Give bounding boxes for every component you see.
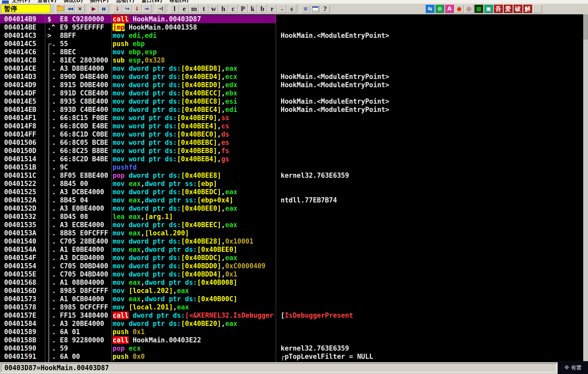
address-cell: 00401535 bbox=[4, 221, 36, 229]
appearance-button[interactable] bbox=[311, 4, 320, 13]
disasm-row-004014FF[interactable]: 004014FF.66:8C1D C0BEmov word ptr ds:[0x… bbox=[0, 130, 583, 138]
disasm-row-00401525[interactable]: 00401525.A3 DCBE4000mov dword ptr ds:[0x… bbox=[0, 188, 583, 196]
cpu-window-button[interactable]: c bbox=[228, 4, 238, 13]
disasm-row-00401532[interactable]: 00401532.8D45 08lea eax,[arg.1] bbox=[0, 212, 583, 221]
disasm-row-0040156D[interactable]: 0040156D.8985 D8FCFFFmov [local.202],eax bbox=[0, 287, 583, 295]
close-button[interactable]: × bbox=[75, 4, 85, 13]
plugin-exchange-button[interactable]: ⇆ bbox=[425, 4, 435, 13]
threads-button[interactable]: t bbox=[199, 4, 208, 13]
patches-button[interactable]: P bbox=[238, 4, 247, 13]
hex-bytes-cell: 9C bbox=[60, 163, 111, 171]
disasm-row-00401568[interactable]: 00401568.A1 08B04000mov eax,dword ptr ds… bbox=[0, 278, 583, 287]
log-window-button[interactable]: l bbox=[170, 4, 179, 13]
disasm-row-0040154F[interactable]: 0040154F.A3 DCBD4000mov dword ptr ds:[0x… bbox=[0, 254, 583, 262]
disasm-row-004014CE[interactable]: 004014CE.A3 D8BE4000mov dword ptr ds:[0x… bbox=[0, 64, 583, 73]
disasm-row-00401573[interactable]: 00401573.A1 0CB04000mov eax,dword ptr ds… bbox=[0, 295, 583, 303]
comment-cell: kernel32.763E6359 bbox=[281, 171, 581, 180]
disasm-row-0040155E[interactable]: 0040155E.C705 D4BD400mov dword ptr ds:[0… bbox=[0, 270, 583, 278]
disasm-row-004014DF[interactable]: 004014DF.891D CCBE400mov dword ptr ds:[0… bbox=[0, 89, 583, 97]
run-button[interactable]: ▶ bbox=[89, 4, 98, 13]
execute-till-return-button[interactable]: →] bbox=[156, 4, 165, 13]
disasm-row-0040158B[interactable]: 0040158B.E8 92280000call HookMain.00403E… bbox=[0, 336, 583, 344]
disasm-row-004014F1[interactable]: 004014F1.66:8C15 F0BEmov word ptr ds:[0x… bbox=[0, 114, 583, 122]
comment-cell bbox=[281, 163, 581, 171]
plugin-record-button[interactable]: ● bbox=[455, 4, 464, 13]
disasm-row-004014E5[interactable]: 004014E5.8935 C8BE400mov dword ptr ds:[0… bbox=[0, 97, 583, 105]
plugin-grid-button[interactable]: ▦ bbox=[474, 4, 483, 13]
instruction-cell: mov eax,dword ptr ss:[ebp+0x4] bbox=[113, 196, 275, 204]
address-cell: 00401554 bbox=[4, 262, 36, 270]
disasm-row-00401506[interactable]: 00401506.66:8C05 BCBEmov word ptr ds:[0x… bbox=[0, 138, 583, 147]
source-button[interactable]: s bbox=[287, 4, 296, 13]
plugin-spiral-button[interactable]: ◎ bbox=[464, 4, 474, 13]
disasm-row-004014C8[interactable]: 004014C8.81EC 2803000sub esp,0x328 bbox=[0, 56, 583, 64]
log-list-button[interactable]: ≡ bbox=[301, 4, 310, 13]
disasm-row-00401590[interactable]: 00401590.59pop ecxkernel32.763E6359 bbox=[0, 344, 583, 352]
address-cell: 004014F8 bbox=[4, 122, 36, 130]
run-trace-button[interactable]: ... bbox=[277, 4, 287, 13]
disasm-row-0040153A[interactable]: 0040153A.8B85 E0FCFFFmov eax,[local.200] bbox=[0, 229, 583, 237]
handles-button[interactable]: h bbox=[219, 4, 228, 13]
disasm-row-00401578[interactable]: 00401578.8985 DCFCFFFmov [local.201],eax bbox=[0, 303, 583, 311]
disasm-row-004014C5[interactable]: 004014C5.55push ebp bbox=[0, 40, 583, 48]
plugin-po-icon: 破 bbox=[515, 5, 521, 13]
disasm-row-004014F8[interactable]: 004014F8.66:8C0D E4BEmov word ptr ds:[0x… bbox=[0, 122, 583, 130]
disasm-row-004014BE[interactable]: 004014BE.^E9 95FEFFFFjmp HookMain.004013… bbox=[0, 23, 583, 31]
disasm-row-00401591[interactable]: 00401591.6A 00push 0x0┌pTopLevelFilter =… bbox=[0, 352, 583, 361]
disasm-row-00401554[interactable]: 00401554.C705 D0BD400mov dword ptr ds:[0… bbox=[0, 262, 583, 270]
help-button[interactable]: ? bbox=[320, 4, 330, 13]
disasm-row-0040151C[interactable]: 0040151C.8F05 E8BE400pop dword ptr ds:[0… bbox=[0, 171, 583, 180]
open-file-button[interactable] bbox=[56, 4, 65, 13]
step-into-button[interactable]: ↓ bbox=[113, 4, 122, 13]
plugin-window-button[interactable]: ▣ bbox=[484, 4, 493, 13]
disasm-row-00401522[interactable]: 00401522.8B45 00mov eax,dword ptr ss:[eb… bbox=[0, 180, 583, 188]
plugin-a-button[interactable]: A bbox=[445, 4, 454, 13]
plugin-empty-button[interactable] bbox=[533, 4, 542, 13]
disasm-row-0040152D[interactable]: 0040152D.A3 E0BE4000mov dword ptr ds:[0x… bbox=[0, 204, 583, 212]
hex-bytes-cell: A3 E0BE4000 bbox=[60, 204, 111, 212]
references-button[interactable]: r bbox=[268, 4, 277, 13]
address-cell: 004014C5 bbox=[4, 40, 36, 48]
flag-cell: . bbox=[52, 229, 56, 237]
disasm-row-004014B9[interactable]: 004014B9$E8 C9280000call HookMain.00403D… bbox=[0, 15, 583, 23]
instruction-cell: mov dword ptr ds:[0x40BED4],ecx bbox=[113, 73, 275, 81]
plugin-wu-button[interactable]: 吾 bbox=[494, 4, 503, 13]
disasm-row-004014C6[interactable]: 004014C6.8BECmov ebp,esp bbox=[0, 48, 583, 56]
disasm-row-00401535[interactable]: 00401535.A3 ECBE4000mov dword ptr ds:[0x… bbox=[0, 221, 583, 229]
disasm-row-004014EB[interactable]: 004014EB.893D C4BE400mov dword ptr ds:[0… bbox=[0, 105, 583, 114]
memory-map-button[interactable]: m bbox=[189, 4, 199, 13]
scrollbar-thumb[interactable] bbox=[584, 15, 588, 39]
step-over-button[interactable]: ↪ bbox=[123, 4, 132, 13]
disasm-row-004014D9[interactable]: 004014D9.8915 D0BE400mov dword ptr ds:[0… bbox=[0, 81, 583, 89]
plugin-jie-button[interactable]: 解 bbox=[523, 4, 532, 13]
hex-bytes-cell: 6A 00 bbox=[60, 352, 111, 361]
restart-button[interactable]: ◀◀ bbox=[66, 4, 75, 13]
disasm-row-004014D3[interactable]: 004014D3.890D D4BE400mov dword ptr ds:[0… bbox=[0, 73, 583, 81]
disasm-row-00401540[interactable]: 00401540.C705 28BE400mov dword ptr ds:[0… bbox=[0, 237, 583, 245]
disasm-row-0040157E[interactable]: 0040157E.FF15 3480400call dword ptr ds:[… bbox=[0, 311, 583, 319]
disasm-row-0040150D[interactable]: 0040150D.66:8C25 B8BEmov word ptr ds:[0x… bbox=[0, 147, 583, 155]
hex-bytes-cell: 8BEC bbox=[60, 48, 111, 56]
plugin-po-button[interactable]: 破 bbox=[513, 4, 522, 13]
menu-bar-partial[interactable]: 文件(F) 查看(V) 调试(D) 插件(P) 选项(T) 窗口(W) 帮助(H… bbox=[0, 0, 588, 4]
pause-button[interactable]: ▮▮ bbox=[99, 4, 108, 13]
disasm-row-0040154A[interactable]: 0040154A.A1 E0BE4000mov eax,dword ptr ds… bbox=[0, 245, 583, 254]
plugin-ai-button[interactable]: 爱 bbox=[503, 4, 513, 13]
address-cell: 004014EB bbox=[4, 105, 36, 114]
vertical-scrollbar[interactable] bbox=[583, 14, 588, 362]
disasm-row-00401589[interactable]: 00401589.6A 01push 0x1 bbox=[0, 328, 583, 336]
animate-over-button[interactable]: ⇒ bbox=[142, 4, 151, 13]
disasm-row-004014C3[interactable]: 004014C3>8BFFmov edi,ediHookMain.<Module… bbox=[0, 31, 583, 40]
animate-into-button[interactable]: ⇓ bbox=[132, 4, 142, 13]
disasm-row-00401584[interactable]: 00401584.A3 20BE4000mov dword ptr ds:[0x… bbox=[0, 319, 583, 328]
disasm-row-00401514[interactable]: 00401514.66:8C2D B4BEmov word ptr ds:[0x… bbox=[0, 155, 583, 163]
windows-list-button[interactable]: w bbox=[209, 4, 218, 13]
breakpoints-button[interactable]: b bbox=[258, 4, 267, 13]
executable-modules-button[interactable]: e bbox=[180, 4, 189, 13]
disasm-row-0040151B[interactable]: 0040151B.9Cpushfd bbox=[0, 163, 583, 171]
plugin-green-button[interactable]: ⊙ bbox=[435, 4, 444, 13]
hex-bytes-cell: E8 92280000 bbox=[60, 336, 111, 344]
address-cell: 004014C6 bbox=[4, 48, 36, 56]
disasm-row-0040152A[interactable]: 0040152A.8B45 04mov eax,dword ptr ss:[eb… bbox=[0, 196, 583, 204]
call-stack-button[interactable]: k bbox=[248, 4, 257, 13]
